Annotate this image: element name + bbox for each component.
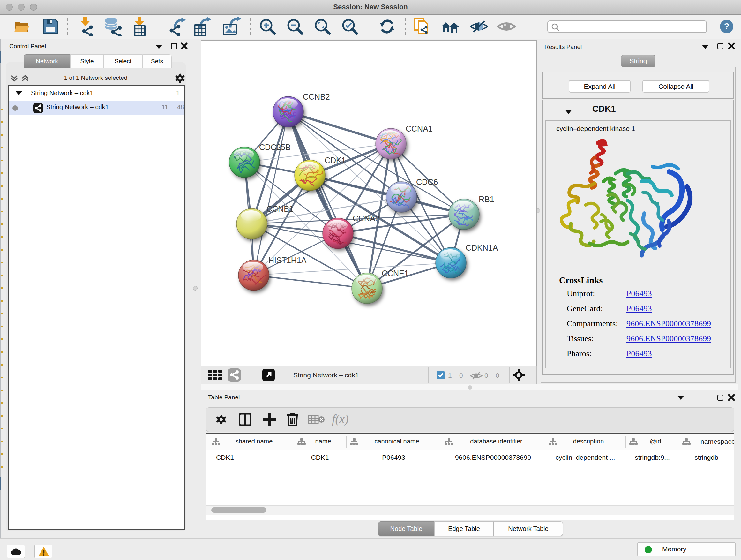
svg-text:CCNE1: CCNE1 xyxy=(382,269,409,278)
svg-text:CCNA1: CCNA1 xyxy=(406,124,433,133)
svg-text:CCNA2: CCNA2 xyxy=(353,214,380,223)
svg-text:RB1: RB1 xyxy=(479,195,494,204)
svg-text:HIST1H1A: HIST1H1A xyxy=(268,256,307,265)
svg-text:CCNB2: CCNB2 xyxy=(303,92,330,101)
svg-text:CDK1: CDK1 xyxy=(325,156,346,165)
svg-text:CDKN1A: CDKN1A xyxy=(466,243,498,252)
svg-text:CCNB1: CCNB1 xyxy=(266,204,293,213)
svg-text:CDC25B: CDC25B xyxy=(259,143,291,152)
svg-text:CDC6: CDC6 xyxy=(416,178,438,186)
